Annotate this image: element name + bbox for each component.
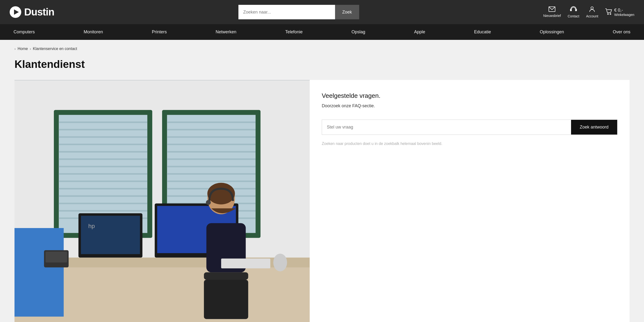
account-action[interactable]: Account: [586, 6, 598, 18]
svg-point-6: [608, 14, 608, 14]
nav-item-educatie[interactable]: Educatie: [470, 24, 495, 40]
breadcrumb-current-item: › Klantenservice en contact: [30, 46, 77, 51]
breadcrumb-home-link[interactable]: Home: [18, 46, 28, 51]
content-section: hp: [14, 80, 630, 322]
search-input[interactable]: [238, 5, 335, 19]
newsletter-label: Nieuwsbrief: [543, 14, 561, 18]
nav-list: Computers Monitoren Printers Netwerken T…: [10, 24, 634, 40]
faq-hint: Zoeken naar producten doet u in de zoekb…: [322, 142, 618, 146]
cart-icon: [605, 8, 612, 16]
faq-search-input[interactable]: [322, 120, 571, 134]
nav-item-netwerken[interactable]: Netwerken: [212, 24, 240, 40]
search-button[interactable]: Zoek: [335, 5, 359, 19]
logo[interactable]: Dustin: [10, 6, 54, 18]
newsletter-action[interactable]: Nieuwsbrief: [543, 6, 561, 18]
faq-search-row: Zoek antwoord: [322, 120, 618, 135]
contact-action[interactable]: Contact: [568, 6, 579, 18]
page-title: Klantendienst: [0, 56, 644, 80]
nav-item-monitoren[interactable]: Monitoren: [80, 24, 107, 40]
breadcrumb: › Home › Klantenservice en contact: [0, 40, 644, 56]
nav-item-printers[interactable]: Printers: [148, 24, 170, 40]
faq-title: Veelgestelde vragen.: [322, 92, 618, 100]
breadcrumb-home: › Home: [14, 46, 28, 51]
faq-subtitle: Doorzoek onze FAQ-sectie.: [322, 104, 618, 108]
right-panel: Veelgestelde vragen. Doorzoek onze FAQ-s…: [310, 80, 630, 322]
breadcrumb-chevron-1: ›: [14, 47, 16, 51]
svg-rect-57: [221, 258, 270, 268]
nav-item-telefonie[interactable]: Telefonie: [282, 24, 306, 40]
person-icon: [589, 6, 595, 13]
cart-action[interactable]: € 0,- Winkelwagen: [605, 8, 634, 17]
nav-item-computers[interactable]: Computers: [10, 24, 39, 40]
logo-text: Dustin: [24, 6, 54, 18]
office-image-area: hp: [14, 80, 310, 322]
main-content: › Home › Klantenservice en contact Klant…: [0, 40, 644, 322]
search-area: Zoek: [238, 5, 359, 19]
svg-point-7: [610, 14, 611, 14]
nav-item-over-ons[interactable]: Over ons: [609, 24, 634, 40]
envelope-icon: [548, 6, 555, 13]
account-label: Account: [586, 14, 598, 18]
breadcrumb-current-label: Klantenservice en contact: [33, 46, 77, 51]
nav-item-apple[interactable]: Apple: [410, 24, 429, 40]
svg-point-52: [206, 200, 211, 205]
nav-item-opslag[interactable]: Opslag: [348, 24, 369, 40]
breadcrumb-chevron-2: ›: [30, 47, 31, 51]
faq-search-button[interactable]: Zoek antwoord: [571, 120, 617, 134]
header-actions: Nieuwsbrief Contact Account: [543, 6, 634, 18]
cart-label: Winkelwagen: [614, 13, 634, 17]
site-header: Dustin Zoek Nieuwsbrief Contact: [0, 0, 644, 24]
contact-label: Contact: [568, 14, 579, 18]
svg-rect-43: [14, 228, 64, 317]
svg-point-58: [273, 254, 287, 271]
headset-icon: [570, 6, 577, 13]
svg-point-5: [591, 7, 593, 9]
cart-price: € 0,-: [614, 8, 623, 13]
office-image: hp: [14, 80, 310, 322]
logo-icon: [10, 6, 21, 18]
main-nav: Computers Monitoren Printers Netwerken T…: [0, 24, 644, 40]
nav-item-oplossingen[interactable]: Oplossingen: [536, 24, 568, 40]
svg-rect-45: [81, 216, 140, 254]
svg-text:hp: hp: [88, 223, 95, 229]
svg-rect-53: [204, 272, 248, 280]
svg-rect-54: [204, 280, 248, 319]
svg-rect-56: [46, 252, 67, 262]
